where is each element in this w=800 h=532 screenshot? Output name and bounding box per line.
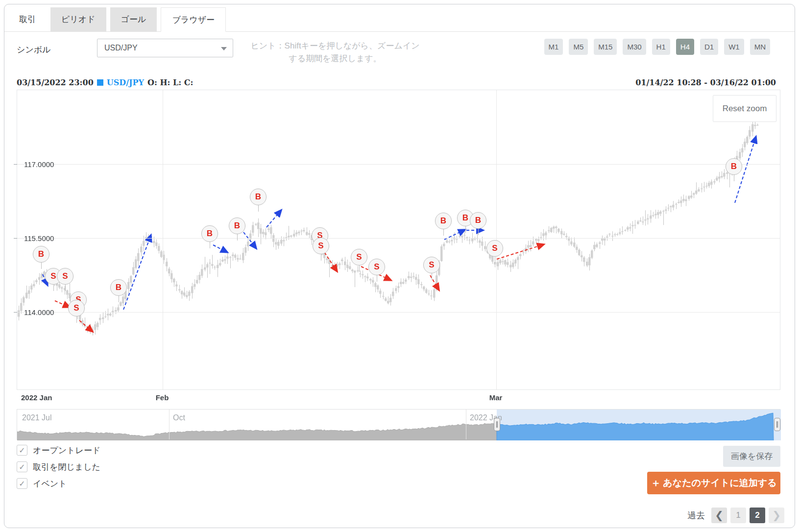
pagination: 過去 ❮12❯ [4, 508, 784, 523]
toggle-label: オープントレード [33, 445, 100, 456]
marker-stem [237, 234, 238, 241]
marker-stem [443, 229, 444, 236]
legend-symbol[interactable]: USD/JPY [107, 78, 144, 87]
marker-stem [432, 273, 432, 280]
chart-header: 03/15/2022 23:00 USD/JPY O: H: L: C: 01/… [17, 78, 783, 89]
checkbox-icon[interactable]: ✓ [17, 445, 27, 456]
marker-stem [76, 316, 77, 323]
y-axis-label: 117.0000 [24, 160, 54, 169]
buy-trade-marker[interactable]: B [201, 225, 218, 242]
legend-square-icon [97, 79, 103, 86]
tab-取引[interactable]: 取引 [8, 7, 47, 31]
chart-header-left: 03/15/2022 23:00 USD/JPY O: H: L: C: [17, 78, 193, 87]
sell-trade-marker[interactable]: S [423, 257, 440, 273]
crosshair-datetime: 03/15/2022 23:00 [17, 78, 94, 87]
range-navigator[interactable]: 2021 JulOct2022 Jan [17, 409, 780, 440]
buy-trade-marker[interactable]: B [110, 279, 127, 296]
chevron-down-icon [221, 47, 227, 50]
buy-trade-marker[interactable]: B [726, 158, 742, 175]
toggle-label: イベント [33, 478, 67, 489]
tab-ピリオド[interactable]: ピリオド [50, 7, 106, 31]
buy-trade-marker[interactable]: B [33, 246, 49, 263]
plus-icon: ＋ [651, 476, 661, 490]
marker-stem [119, 295, 119, 302]
symbol-select[interactable]: USD/JPY [97, 39, 233, 57]
add-to-site-label: あなたのサイトに追加する [663, 477, 776, 489]
buy-trade-marker[interactable]: B [250, 189, 267, 205]
navigator-handle-left[interactable] [494, 418, 500, 431]
timeframe-M5[interactable]: M5 [569, 39, 588, 55]
v-gridline [163, 90, 163, 389]
y-tick [14, 164, 17, 165]
marker-stem [210, 242, 210, 248]
marker-stem [65, 284, 66, 291]
symbol-label: シンボル [17, 44, 51, 55]
save-image-button[interactable]: 画像を保存 [723, 446, 780, 467]
timeframe-D1[interactable]: D1 [700, 39, 718, 55]
tab-bar: 取引ピリオドゴールブラウザー [4, 7, 795, 32]
checkbox-icon[interactable]: ✓ [17, 478, 27, 489]
marker-stem [465, 226, 466, 233]
sell-trade-marker[interactable]: S [486, 240, 503, 257]
zoom-hint-line2: する期間を選択します。 [235, 52, 436, 65]
sell-trade-marker[interactable]: S [313, 238, 329, 254]
checkbox-icon[interactable]: ✓ [17, 461, 27, 472]
sell-arrow [55, 301, 70, 307]
sell-trade-marker[interactable]: S [368, 259, 385, 275]
sell-arrow [497, 244, 544, 259]
timeframe-H4[interactable]: H4 [676, 39, 694, 55]
toggle-row-0[interactable]: ✓オープントレード [17, 444, 100, 456]
x-axis-label: 2022 Jan [21, 393, 52, 402]
timeframe-M1[interactable]: M1 [544, 39, 563, 55]
h-gridline [17, 312, 780, 313]
buy-arrow [123, 235, 151, 310]
navigator-handle-right[interactable] [774, 418, 780, 431]
timeframe-H1[interactable]: H1 [652, 39, 670, 55]
timeframe-M15[interactable]: M15 [594, 39, 617, 55]
prev-page-button[interactable]: ❮ [711, 508, 727, 523]
timeframe-W1[interactable]: W1 [724, 39, 744, 55]
pagination-label: 過去 [687, 509, 705, 521]
sell-trade-marker[interactable]: S [351, 249, 367, 266]
marker-stem [359, 265, 360, 272]
toggle-row-2[interactable]: ✓イベント [17, 478, 100, 489]
next-page-button[interactable]: ❯ [769, 508, 784, 523]
reset-zoom-button[interactable]: Reset zoom [713, 95, 776, 122]
navigator-label: 2021 Jul [22, 413, 52, 422]
y-tick [14, 312, 17, 313]
zoom-hint: ヒント：Shiftキーを押しながら、ズームイン する期間を選択します。 [235, 40, 436, 65]
buy-trade-marker[interactable]: B [470, 212, 486, 229]
buy-arrow [267, 210, 281, 227]
buy-trade-marker[interactable]: B [435, 213, 452, 229]
marker-stem [258, 205, 259, 212]
marker-stem [41, 262, 42, 269]
h-gridline [17, 164, 780, 165]
marker-stem [321, 254, 321, 261]
x-axis-labels: 2022 JanFebMar [17, 393, 780, 403]
add-to-site-button[interactable]: ＋ あなたのサイトに追加する [647, 472, 780, 494]
buy-arrow [213, 245, 227, 252]
trade-arrows-layer [17, 90, 781, 390]
candlestick-chart[interactable]: Reset zoom 117.0000115.5000114.0000BSSSS… [17, 90, 780, 390]
navigator-gridline [466, 410, 466, 439]
buy-arrow [243, 232, 256, 248]
symbol-select-value: USD/JPY [104, 44, 138, 52]
navigator-canvas [17, 410, 781, 440]
y-axis-label: 114.0000 [24, 308, 54, 316]
timeframe-M30[interactable]: M30 [623, 39, 646, 55]
toggle-row-1[interactable]: ✓取引を閉じました [17, 461, 100, 473]
page-button-1[interactable]: 1 [730, 508, 746, 523]
x-axis-label: Feb [156, 393, 169, 402]
marker-stem [495, 256, 495, 263]
buy-trade-marker[interactable]: B [229, 218, 245, 234]
tab-ゴール[interactable]: ゴール [110, 7, 157, 31]
sell-trade-marker[interactable]: S [68, 300, 85, 316]
navigator-label: Oct [173, 413, 185, 422]
toggle-label: 取引を閉じました [33, 461, 100, 473]
tab-ブラウザー[interactable]: ブラウザー [161, 7, 226, 32]
sell-trade-marker[interactable]: S [57, 268, 73, 285]
h-gridline [17, 238, 780, 239]
timeframe-MN[interactable]: MN [750, 39, 770, 55]
page-button-2[interactable]: 2 [750, 508, 765, 523]
x-axis-label: Mar [489, 393, 503, 402]
